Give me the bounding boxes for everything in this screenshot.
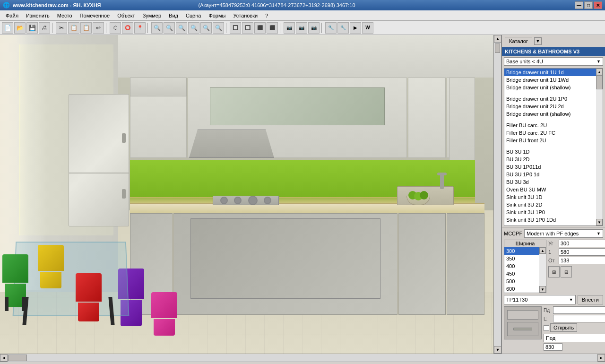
catalog-code-dropdown[interactable]: TP11T30 ▼ xyxy=(504,295,576,304)
cam3-button[interactable]: 📷 xyxy=(308,22,320,34)
scroll-left-button[interactable]: ◄ xyxy=(0,354,8,362)
catalog-item-18[interactable]: Sink unit 3U 1D xyxy=(504,193,596,201)
settings1-button[interactable]: 🔧 xyxy=(325,22,337,34)
catalog-item-17[interactable]: Oven BU 3U MW xyxy=(504,186,596,193)
cam1-button[interactable]: 📷 xyxy=(284,22,295,34)
size-item-450[interactable]: 450 xyxy=(504,270,539,277)
menu-place[interactable]: Место xyxy=(53,12,76,19)
copy-button[interactable]: 📋 xyxy=(68,22,79,34)
view4-button[interactable]: ⬛ xyxy=(267,22,278,34)
size-scroll-track[interactable] xyxy=(539,254,546,286)
minimize-button[interactable]: — xyxy=(575,1,583,9)
open-button[interactable]: 📂 xyxy=(14,22,26,34)
tool3-button[interactable]: 📍 xyxy=(134,22,146,34)
catalog-item-2[interactable]: Bridge drawer unit (shallow) xyxy=(504,84,596,91)
open-button[interactable]: Открыть xyxy=(550,323,577,332)
pod-dropdown[interactable]: Под ▼ xyxy=(544,334,605,342)
tool2-button[interactable]: ⭕ xyxy=(122,22,133,34)
ot-input[interactable] xyxy=(559,257,605,264)
size-scroll-up[interactable]: ▲ xyxy=(539,247,546,254)
catalog-item-14[interactable]: BU 3U 1P011d xyxy=(504,163,596,171)
scroll-bar-thumb[interactable] xyxy=(8,355,27,361)
size-item-300[interactable]: 300 xyxy=(504,247,539,255)
close-button[interactable]: ✕ xyxy=(594,1,602,9)
size-item-500[interactable]: 500 xyxy=(504,277,539,285)
open-checkbox[interactable] xyxy=(544,325,549,331)
catalog-scroll-down[interactable]: ▼ xyxy=(596,219,603,225)
zoom-out-button[interactable]: 🔍 xyxy=(164,22,175,34)
catalog-item-20[interactable]: Sink unit 3U 1P0 xyxy=(504,208,596,216)
scroll-bar-track[interactable] xyxy=(8,354,597,362)
save-button[interactable]: 💾 xyxy=(26,22,38,34)
catalog-item-9[interactable]: Filler BU carc. 2U FC xyxy=(504,129,596,137)
catalog-item-21[interactable]: Sink unit 3U 1P0 1Dd xyxy=(504,216,596,224)
field1-input[interactable] xyxy=(559,248,605,256)
zoom-3d-button[interactable]: 🔍 xyxy=(188,22,199,34)
scroll-up-arrow[interactable]: ▲ xyxy=(494,35,501,43)
viewport-scrollbar[interactable]: ▲ ▼ xyxy=(493,35,501,354)
pd-input[interactable] xyxy=(553,306,605,314)
maximize-button[interactable]: □ xyxy=(584,1,593,9)
view2-button[interactable]: 🔲 xyxy=(242,22,253,34)
scroll-track[interactable] xyxy=(494,43,501,346)
catalog-item-13[interactable]: BU 3U 2D xyxy=(504,156,596,163)
scroll-right-button[interactable]: ► xyxy=(597,354,605,362)
menu-scene[interactable]: Сцена xyxy=(182,12,205,19)
undo-button[interactable]: ↩ xyxy=(93,22,104,34)
bottom-scrollbar[interactable]: ◄ ► xyxy=(0,354,605,361)
size-scroll-down[interactable]: ▼ xyxy=(539,286,546,293)
catalog-item-10[interactable]: Filler BU front 2U xyxy=(504,137,596,144)
tool1-button[interactable]: ⬡ xyxy=(110,22,121,34)
menu-edit[interactable]: Изменить xyxy=(22,12,53,19)
paste-button[interactable]: 📋 xyxy=(80,22,92,34)
catalog-item-4[interactable]: Bridge drawer unit 2U 1P0 xyxy=(504,95,596,103)
catalog-item-0[interactable]: Bridge drawer unit 1U 1d xyxy=(504,69,596,76)
catalog-item-5[interactable]: Bridge drawer unit 2U 2d xyxy=(504,103,596,110)
size-item-400[interactable]: 400 xyxy=(504,262,539,270)
new-button[interactable]: 📄 xyxy=(2,22,13,34)
zoom5-button[interactable]: 🔍 xyxy=(200,22,212,34)
w-button[interactable]: W xyxy=(362,22,373,34)
catalog-item-19[interactable]: Sink unit 3U 2D xyxy=(504,201,596,208)
size-item-350[interactable]: 350 xyxy=(504,255,539,262)
catalog-scroll-thumb[interactable] xyxy=(596,75,603,89)
menu-zoom[interactable]: Зуммер xyxy=(139,12,165,19)
catalog-item-8[interactable]: Filler BU carc. 2U xyxy=(504,121,596,129)
catalog-scroll-up[interactable]: ▲ xyxy=(596,69,603,75)
profile-dropdown[interactable]: Modern with PF edges ▼ xyxy=(524,229,603,238)
catalog-item-6[interactable]: Bridge drawer unit (shallow) xyxy=(504,110,596,118)
zoom6-button[interactable]: 🔍 xyxy=(213,22,224,34)
menu-settings[interactable]: Установки xyxy=(229,12,261,19)
catalog-scroll-track[interactable] xyxy=(596,75,603,219)
menu-marked[interactable]: Помеченное xyxy=(76,12,114,19)
catalog-item-15[interactable]: BU 3U 1P0 1d xyxy=(504,171,596,178)
size-icon1-button[interactable]: ⊞ xyxy=(548,266,560,277)
catalog-item-16[interactable]: BU 3U 3d xyxy=(504,178,596,186)
zoom-in-button[interactable]: 🔍 xyxy=(151,22,163,34)
viewport[interactable]: ▲ ▼ xyxy=(0,35,501,354)
scroll-thumb[interactable] xyxy=(495,43,500,53)
size-icon2-button[interactable]: ⊟ xyxy=(561,266,572,277)
vnesti-button[interactable]: Внести xyxy=(578,295,603,304)
zoom-fit-button[interactable]: 🔍 xyxy=(176,22,187,34)
menu-view[interactable]: Вид xyxy=(165,12,182,19)
catalog-item-12[interactable]: BU 3U 1D xyxy=(504,148,596,156)
menu-help[interactable]: ? xyxy=(261,12,272,19)
size-item-600[interactable]: 600 xyxy=(504,285,539,293)
menu-forms[interactable]: Формы xyxy=(205,12,229,19)
scroll-down-arrow[interactable]: ▼ xyxy=(494,346,501,354)
panel-options-button[interactable]: ▼ xyxy=(534,37,542,45)
settings2-button[interactable]: 🔧 xyxy=(337,22,349,34)
pod-value-input[interactable] xyxy=(544,343,562,351)
view3-button[interactable]: ⬛ xyxy=(254,22,266,34)
cam2-button[interactable]: 📷 xyxy=(296,22,307,34)
l-input[interactable] xyxy=(553,315,605,322)
play-button[interactable]: ▶ xyxy=(350,22,361,34)
print-button[interactable]: 🖨 xyxy=(39,22,50,34)
menu-file[interactable]: Файл xyxy=(2,12,22,19)
view1-button[interactable]: 🔲 xyxy=(230,22,241,34)
catalog-dropdown[interactable]: Base units < 4U ▼ xyxy=(504,57,603,66)
ug-input[interactable] xyxy=(559,240,605,247)
catalog-item-1[interactable]: Bridge drawer unit 1U 1Wd xyxy=(504,76,596,84)
menu-object[interactable]: Объект xyxy=(113,12,138,19)
